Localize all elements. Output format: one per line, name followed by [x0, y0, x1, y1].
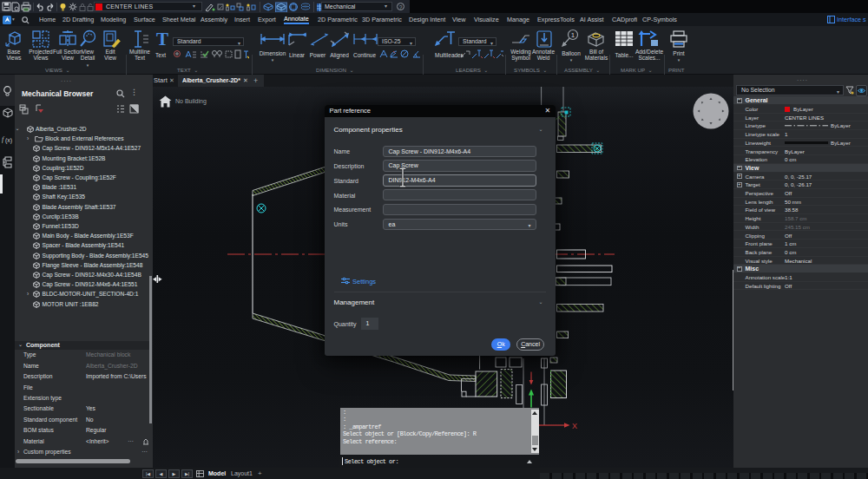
svg-text:1: 1: [571, 31, 575, 39]
svg-text:(x): (x): [5, 137, 12, 144]
svg-text:X: X: [572, 422, 577, 430]
